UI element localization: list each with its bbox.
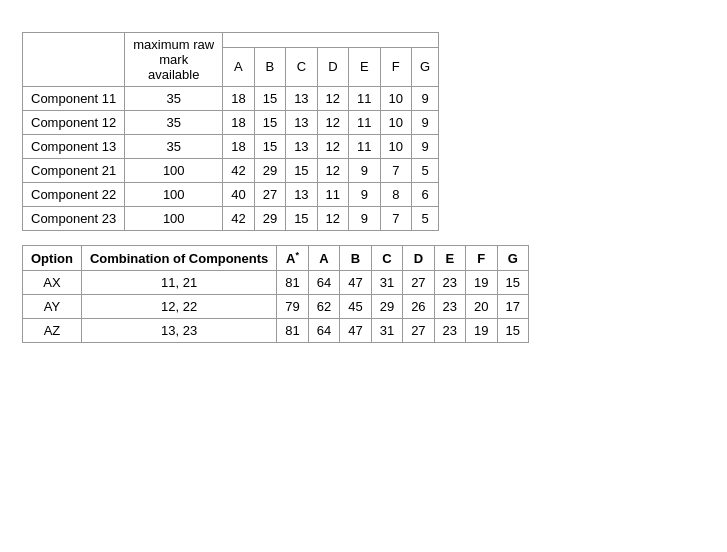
empty-header — [23, 33, 125, 87]
grade-table-header: B — [340, 246, 371, 271]
table-cell: 15 — [286, 207, 317, 231]
table-cell: Component 11 — [23, 87, 125, 111]
table-cell: 62 — [308, 295, 339, 319]
table-cell: 10 — [380, 111, 411, 135]
table-row: Component 13351815131211109 — [23, 135, 439, 159]
table-cell: 5 — [412, 207, 439, 231]
table-row: AZ13, 238164473127231915 — [23, 319, 529, 343]
table-cell: 15 — [254, 111, 285, 135]
table-cell: 100 — [125, 207, 223, 231]
table-cell: 11 — [349, 135, 380, 159]
table-cell: 15 — [497, 319, 528, 343]
table-cell: 9 — [349, 183, 380, 207]
grade-c-header: C — [286, 47, 317, 86]
grade-f-header: F — [380, 47, 411, 86]
table-cell: Component 23 — [23, 207, 125, 231]
table-cell: 9 — [412, 87, 439, 111]
table-row: Component 12351815131211109 — [23, 111, 439, 135]
table-cell: 6 — [412, 183, 439, 207]
table-cell: AY — [23, 295, 82, 319]
grade-table-header: Option — [23, 246, 82, 271]
table-cell: 23 — [434, 319, 465, 343]
grade-table-header: A* — [277, 246, 308, 271]
table-cell: 13 — [286, 135, 317, 159]
table-cell: 20 — [466, 295, 497, 319]
table-cell: 26 — [403, 295, 434, 319]
table-cell: 12, 22 — [81, 295, 276, 319]
table-cell: 35 — [125, 135, 223, 159]
table-cell: 29 — [254, 207, 285, 231]
table-cell: 81 — [277, 319, 308, 343]
table-cell: 12 — [317, 159, 348, 183]
table-cell: 15 — [254, 135, 285, 159]
table-row: AX11, 218164473127231915 — [23, 271, 529, 295]
table-cell: 13 — [286, 87, 317, 111]
table-cell: 35 — [125, 87, 223, 111]
table-cell: AZ — [23, 319, 82, 343]
grade-d-header: D — [317, 47, 348, 86]
grade-table-header: Combination of Components — [81, 246, 276, 271]
table-cell: 27 — [254, 183, 285, 207]
grade-b-header: B — [254, 47, 285, 86]
table-cell: 79 — [277, 295, 308, 319]
grade-table-header: E — [434, 246, 465, 271]
table-cell: 9 — [412, 135, 439, 159]
table-cell: 18 — [223, 111, 254, 135]
table-cell: 64 — [308, 319, 339, 343]
table-row: AY12, 227962452926232017 — [23, 295, 529, 319]
table-cell: 100 — [125, 183, 223, 207]
table-cell: 40 — [223, 183, 254, 207]
table-cell: 11 — [349, 87, 380, 111]
table-cell: 15 — [254, 87, 285, 111]
table-cell: 9 — [412, 111, 439, 135]
table-cell: 31 — [371, 319, 402, 343]
grade-e-header: E — [349, 47, 380, 86]
table-cell: 15 — [497, 271, 528, 295]
grade-table-header: D — [403, 246, 434, 271]
grade-table-header: G — [497, 246, 528, 271]
table-cell: 29 — [254, 159, 285, 183]
table-cell: 13 — [286, 111, 317, 135]
table-cell: 23 — [434, 271, 465, 295]
grade-table-header: F — [466, 246, 497, 271]
table-cell: 13 — [286, 183, 317, 207]
table-cell: 13, 23 — [81, 319, 276, 343]
table-cell: 47 — [340, 319, 371, 343]
table-cell: 64 — [308, 271, 339, 295]
table-cell: Component 22 — [23, 183, 125, 207]
table-cell: Component 13 — [23, 135, 125, 159]
table-cell: 29 — [371, 295, 402, 319]
max-raw-header: maximum rawmarkavailable — [125, 33, 223, 87]
grade-options-table: OptionCombination of ComponentsA*ABCDEFG… — [22, 245, 529, 343]
table-cell: Component 21 — [23, 159, 125, 183]
table-cell: 19 — [466, 319, 497, 343]
table-cell: 12 — [317, 207, 348, 231]
table-cell: 9 — [349, 207, 380, 231]
table-cell: 11, 21 — [81, 271, 276, 295]
grade-g-header: G — [412, 47, 439, 86]
table-cell: 10 — [380, 135, 411, 159]
table-cell: 12 — [317, 111, 348, 135]
table-cell: 81 — [277, 271, 308, 295]
table-row: Component 2310042291512975 — [23, 207, 439, 231]
table-row: Component 11351815131211109 — [23, 87, 439, 111]
table-cell: 18 — [223, 87, 254, 111]
table-cell: 19 — [466, 271, 497, 295]
table-cell: AX — [23, 271, 82, 295]
table-cell: 17 — [497, 295, 528, 319]
table-cell: 45 — [340, 295, 371, 319]
table-cell: 27 — [403, 319, 434, 343]
table-cell: 10 — [380, 87, 411, 111]
grade-table-header: A — [308, 246, 339, 271]
table-cell: 100 — [125, 159, 223, 183]
table-cell: 7 — [380, 159, 411, 183]
table-cell: 12 — [317, 135, 348, 159]
table-cell: 42 — [223, 207, 254, 231]
table-cell: 15 — [286, 159, 317, 183]
table-cell: 11 — [317, 183, 348, 207]
table-cell: 18 — [223, 135, 254, 159]
table-cell: 27 — [403, 271, 434, 295]
grade-table-header: C — [371, 246, 402, 271]
min-mark-span-header — [223, 33, 439, 48]
table-cell: 12 — [317, 87, 348, 111]
